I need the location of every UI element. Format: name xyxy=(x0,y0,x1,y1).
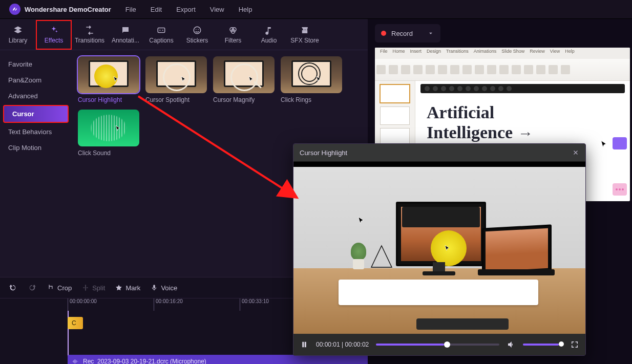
menu-export[interactable]: Export xyxy=(176,6,196,13)
effect-cursor-spotlight[interactable]: Cursor Spotlight xyxy=(145,56,207,103)
redo-icon[interactable] xyxy=(28,283,37,292)
progress-slider[interactable] xyxy=(376,344,499,346)
waveform-icon xyxy=(72,358,79,364)
effect-label: Cursor Magnify xyxy=(213,96,275,103)
audio-icon xyxy=(264,26,273,35)
sidebar-item-text-behaviors[interactable]: Text Behaviors xyxy=(0,124,72,140)
voice-button[interactable]: Voice xyxy=(151,284,177,292)
svg-rect-0 xyxy=(158,28,165,33)
volume-icon[interactable] xyxy=(507,340,516,349)
pointer-icon xyxy=(600,140,609,149)
app-menubar: Wondershare DemoCreator File Edit Export… xyxy=(0,0,632,19)
crop-icon xyxy=(47,284,54,291)
transitions-icon xyxy=(85,26,94,35)
side-comment-icon[interactable] xyxy=(613,137,627,149)
svg-point-3 xyxy=(198,29,199,30)
mark-button[interactable]: Mark xyxy=(115,284,140,292)
tab-sfx-store[interactable]: SFX Store xyxy=(287,20,323,50)
effect-cursor-highlight[interactable]: Cursor Highlight xyxy=(78,56,139,103)
tab-stickers[interactable]: Stickers xyxy=(179,20,215,50)
effect-label: Cursor Highlight xyxy=(78,96,139,103)
cursor-icon xyxy=(180,76,187,83)
arrow-right-icon: → xyxy=(518,124,533,142)
menu-view[interactable]: View xyxy=(210,6,224,13)
chevron-down-icon xyxy=(427,30,434,37)
audio-clip[interactable]: Rec_2023-09-03 20-19-21.dcrc (Microphone… xyxy=(68,355,368,364)
sidebar-item-advanced[interactable]: Advanced xyxy=(0,88,72,104)
ppt-ribbon: FileHomeInsertDesignTransitionsAnimation… xyxy=(375,48,630,81)
tab-annotations[interactable]: Annotati... xyxy=(108,20,143,50)
preview-video[interactable] xyxy=(293,162,585,334)
split-icon xyxy=(82,284,89,291)
tab-transitions[interactable]: Transitions xyxy=(72,20,108,50)
cursor-icon xyxy=(315,76,323,83)
cursor-icon xyxy=(113,76,120,83)
keyboard-graphic xyxy=(416,318,509,330)
crop-button[interactable]: Crop xyxy=(47,284,72,292)
menu-file[interactable]: File xyxy=(125,6,136,13)
pause-icon[interactable] xyxy=(300,340,309,349)
sidebar-item-favorite[interactable]: Favorite xyxy=(0,56,72,72)
menu-help[interactable]: Help xyxy=(239,6,252,13)
pointer-icon xyxy=(357,216,366,225)
tool-tabs: Library Effects Transitions Annotati... … xyxy=(0,19,368,50)
effect-click-rings[interactable]: Click Rings xyxy=(281,56,342,103)
monitor-graphic xyxy=(396,202,486,266)
preview-controls: 00:00:01 | 00:00:02 xyxy=(293,334,585,355)
effect-label: Cursor Spotlight xyxy=(145,96,207,103)
app-logo-icon xyxy=(9,4,20,15)
effect-label: Click Rings xyxy=(281,96,342,103)
annotation-icon xyxy=(121,26,130,35)
record-label: Record xyxy=(391,30,413,37)
sparkle-icon xyxy=(49,26,58,35)
effect-click-sound[interactable]: Click Sound xyxy=(78,110,139,157)
side-chat-icon[interactable] xyxy=(613,183,627,196)
mark-icon xyxy=(115,284,122,291)
app-logo: Wondershare DemoCreator xyxy=(9,4,111,15)
record-button[interactable]: Record xyxy=(375,24,440,42)
svg-point-1 xyxy=(194,27,201,34)
tab-audio[interactable]: Audio xyxy=(251,20,287,50)
split-button[interactable]: Split xyxy=(82,284,105,292)
tab-filters[interactable]: Filters xyxy=(215,20,251,50)
effect-label: Click Sound xyxy=(78,149,139,157)
smile-icon xyxy=(193,26,202,35)
stack-icon xyxy=(13,26,23,35)
cursor-icon xyxy=(115,125,122,132)
record-dot-icon xyxy=(381,31,386,36)
sidebar-item-clip-motion[interactable]: Clip Motion xyxy=(0,140,72,156)
cursor-icon xyxy=(248,76,255,83)
popup-title: Cursor Highlight xyxy=(300,149,347,157)
mic-icon xyxy=(151,284,158,291)
laptop-graphic xyxy=(482,224,552,275)
effects-category-sidebar: Favorite Pan&Zoom Advanced Cursor Text B… xyxy=(0,50,72,277)
plant-graphic xyxy=(350,239,367,269)
clip-name: Rec_2023-09-03 20-19-21.dcrc (Microphone… xyxy=(83,358,206,364)
effect-preview-popup: Cursor Highlight 00:00:01 | 00:00:02 xyxy=(293,143,586,356)
undo-icon[interactable] xyxy=(8,283,17,292)
menu-edit[interactable]: Edit xyxy=(151,6,162,13)
fullscreen-icon[interactable] xyxy=(570,340,579,349)
tab-library[interactable]: Library xyxy=(0,20,36,50)
sidebar-item-cursor[interactable]: Cursor xyxy=(3,105,69,123)
preview-time: 00:00:01 | 00:00:02 xyxy=(316,341,369,348)
captions-icon xyxy=(157,26,166,35)
close-icon[interactable] xyxy=(572,149,579,156)
volume-slider[interactable] xyxy=(523,344,563,346)
track-marker[interactable]: C xyxy=(68,317,83,329)
filters-icon xyxy=(228,26,238,35)
sidebar-item-panzoom[interactable]: Pan&Zoom xyxy=(0,72,72,88)
tab-effects[interactable]: Effects xyxy=(36,20,72,50)
cursor-icon xyxy=(444,245,451,252)
deco-graphic xyxy=(370,245,393,269)
tab-captions[interactable]: Captions xyxy=(143,20,179,50)
svg-point-2 xyxy=(196,29,197,30)
store-icon xyxy=(300,26,309,35)
app-title: Wondershare DemoCreator xyxy=(25,6,111,13)
effect-cursor-magnify[interactable]: Cursor Magnify xyxy=(213,56,275,103)
